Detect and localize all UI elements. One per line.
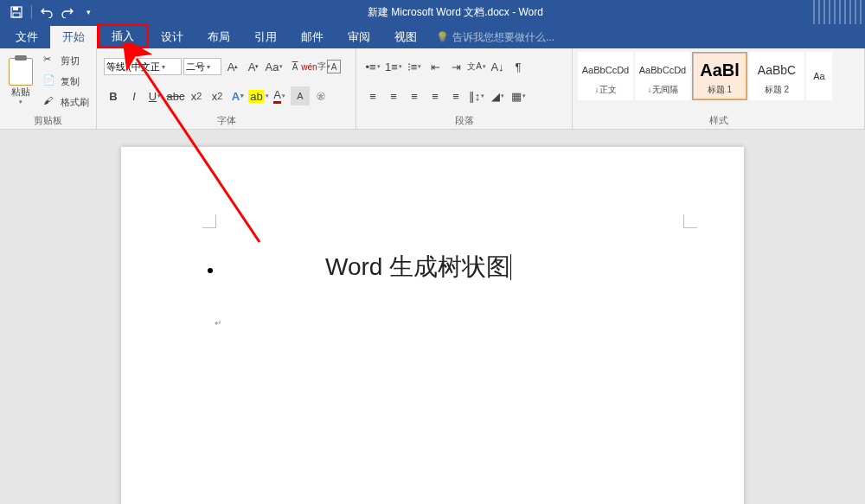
- tab-references[interactable]: 引用: [242, 26, 289, 48]
- title-bar: ▾ 新建 Microsoft Word 文档.docx - Word: [0, 0, 865, 24]
- document-content[interactable]: Word 生成树状图 ↵: [208, 251, 692, 328]
- copy-button[interactable]: 📄复制: [40, 72, 93, 91]
- justify-button[interactable]: ≡: [426, 86, 445, 105]
- tab-mailings[interactable]: 邮件: [289, 26, 336, 48]
- decrease-indent-button[interactable]: ⇤: [426, 57, 445, 76]
- align-right-button[interactable]: ≡: [405, 86, 424, 105]
- tab-insert[interactable]: 插入: [97, 23, 149, 48]
- style-nospacing[interactable]: AaBbCcDd↓无间隔: [635, 52, 690, 100]
- style-more[interactable]: Aa: [806, 52, 832, 100]
- margin-corner-tr: [683, 214, 697, 228]
- tab-home[interactable]: 开始: [50, 26, 97, 48]
- align-left-button[interactable]: ≡: [363, 86, 382, 105]
- align-center-button[interactable]: ≡: [384, 86, 403, 105]
- grow-font-button[interactable]: A▴: [223, 57, 242, 76]
- tab-layout[interactable]: 布局: [195, 26, 242, 48]
- shrink-font-button[interactable]: A▾: [244, 57, 263, 76]
- copy-icon: 📄: [43, 74, 57, 88]
- bold-button[interactable]: B: [104, 86, 123, 105]
- group-paragraph: •≡ 1≡ ⁝≡ ⇤ ⇥ 文A A↓ ¶ ≡ ≡ ≡ ≡ ≡ ‖↕ ◢ ▦ 段落: [356, 48, 573, 129]
- superscript-button[interactable]: x2: [208, 86, 227, 105]
- increase-indent-button[interactable]: ⇥: [446, 57, 465, 76]
- text-direction-button[interactable]: 文A: [467, 57, 486, 76]
- window-decoration: [813, 0, 865, 24]
- multilevel-button[interactable]: ⁝≡: [405, 57, 424, 76]
- paste-button[interactable]: 粘贴 ▾: [3, 50, 38, 112]
- svg-rect-1: [13, 7, 18, 10]
- sort-button[interactable]: A↓: [488, 57, 507, 76]
- show-marks-button[interactable]: ¶: [509, 57, 528, 76]
- format-painter-button[interactable]: 🖌格式刷: [40, 93, 93, 112]
- paragraph-mark-icon: ↵: [215, 318, 692, 328]
- tab-view[interactable]: 视图: [382, 26, 429, 48]
- line-spacing-button[interactable]: ‖↕: [467, 86, 486, 105]
- group-label-styles: 样式: [576, 112, 861, 129]
- style-normal[interactable]: AaBbCcDd↓正文: [578, 52, 633, 100]
- quick-access-toolbar: ▾: [0, 3, 98, 22]
- paste-label: 粘贴: [11, 86, 30, 99]
- group-label-paragraph: 段落: [360, 112, 568, 129]
- char-shading-button[interactable]: A: [291, 86, 310, 105]
- borders-button[interactable]: ▦: [509, 86, 528, 105]
- undo-icon[interactable]: [37, 3, 56, 22]
- document-page[interactable]: Word 生成树状图 ↵: [121, 147, 744, 504]
- group-label-font: 字体: [100, 112, 352, 129]
- enclose-char-button[interactable]: ㊎: [311, 86, 330, 105]
- group-label-clipboard: 剪贴板: [3, 112, 93, 129]
- tell-me-search[interactable]: 💡 告诉我您想要做什么...: [429, 26, 554, 48]
- text-cursor: [510, 254, 511, 280]
- scissors-icon: ✂: [43, 54, 57, 67]
- font-name-combo[interactable]: 等线 (中文正▾: [104, 58, 182, 75]
- font-size-combo[interactable]: 二号▾: [183, 58, 221, 75]
- redo-icon[interactable]: [58, 3, 77, 22]
- svg-rect-2: [13, 13, 20, 17]
- group-styles: AaBbCcDd↓正文 AaBbCcDd↓无间隔 AaBl标题 1 AaBbC标…: [573, 48, 865, 129]
- tab-review[interactable]: 审阅: [336, 26, 382, 48]
- bullets-button[interactable]: •≡: [363, 57, 382, 76]
- tab-file[interactable]: 文件: [3, 26, 50, 48]
- paste-icon: [9, 58, 33, 86]
- document-area[interactable]: Word 生成树状图 ↵: [0, 130, 865, 504]
- brush-icon: 🖌: [43, 95, 57, 109]
- change-case-button[interactable]: Aa: [265, 57, 284, 76]
- distribute-button[interactable]: ≡: [446, 86, 465, 105]
- strikethrough-button[interactable]: abc: [166, 86, 185, 105]
- subscript-button[interactable]: x2: [187, 86, 206, 105]
- italic-button[interactable]: I: [125, 86, 144, 105]
- numbering-button[interactable]: 1≡: [384, 57, 403, 76]
- char-border-button[interactable]: A: [327, 60, 341, 73]
- group-font: 等线 (中文正▾ 二号▾ A▴ A▾ Aa A wén字 A B I U abc…: [97, 48, 356, 129]
- lightbulb-icon: 💡: [436, 31, 449, 43]
- ribbon: 粘贴 ▾ ✂剪切 📄复制 🖌格式刷 剪贴板 等线 (中文正▾ 二号▾ A▴ A▾…: [0, 48, 865, 130]
- tab-design[interactable]: 设计: [149, 26, 195, 48]
- font-color-button[interactable]: A: [270, 86, 289, 105]
- styles-gallery[interactable]: AaBbCcDd↓正文 AaBbCcDd↓无间隔 AaBl标题 1 AaBbC标…: [576, 50, 834, 112]
- style-heading2[interactable]: AaBbC标题 2: [749, 52, 804, 100]
- list-bullet: [208, 268, 213, 273]
- style-heading1[interactable]: AaBl标题 1: [692, 52, 747, 100]
- save-icon[interactable]: [7, 3, 26, 22]
- underline-button[interactable]: U: [145, 86, 164, 105]
- qat-customize-icon[interactable]: ▾: [79, 3, 98, 22]
- cut-button[interactable]: ✂剪切: [40, 51, 93, 70]
- ribbon-tabs: 文件 开始 插入 设计 布局 引用 邮件 审阅 视图 💡 告诉我您想要做什么..…: [0, 24, 865, 48]
- pinyin-button[interactable]: wén字: [306, 57, 325, 76]
- highlight-button[interactable]: ab: [249, 86, 268, 105]
- group-clipboard: 粘贴 ▾ ✂剪切 📄复制 🖌格式刷 剪贴板: [0, 48, 97, 129]
- margin-corner-tl: [202, 214, 216, 228]
- shading-button[interactable]: ◢: [488, 86, 507, 105]
- text-effects-button[interactable]: A: [228, 86, 247, 105]
- window-title: 新建 Microsoft Word 文档.docx - Word: [98, 5, 813, 20]
- heading-text[interactable]: Word 生成树状图: [325, 251, 510, 284]
- tell-me-placeholder: 告诉我您想要做什么...: [452, 30, 554, 45]
